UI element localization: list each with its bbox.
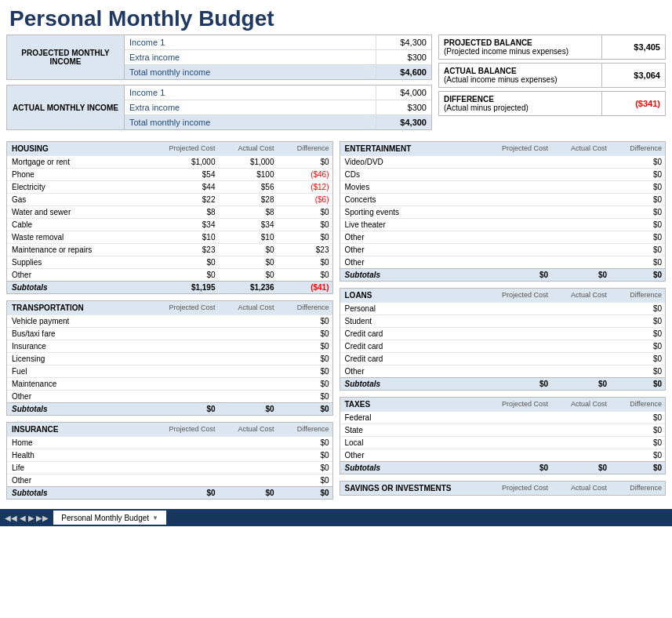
row-difference: $0 bbox=[278, 315, 332, 327]
row-name: Other bbox=[340, 231, 485, 243]
row-actual bbox=[551, 449, 610, 461]
right-column: ENTERTAINMENTProjected CostActual CostDi… bbox=[340, 141, 667, 506]
subtotal-label: Subtotals bbox=[7, 282, 152, 293]
income-row-value: $4,300 bbox=[376, 35, 431, 49]
row-projected bbox=[485, 194, 551, 205]
col-header-projected: Projected Cost bbox=[152, 142, 219, 155]
table-row: Licensing$0 bbox=[7, 352, 332, 365]
row-difference: $0 bbox=[278, 256, 332, 268]
row-difference: $0 bbox=[278, 156, 332, 168]
row-actual bbox=[551, 424, 610, 436]
list-item: Income 1 $4,000 bbox=[125, 85, 431, 100]
difference-value: ($341) bbox=[602, 92, 665, 115]
row-name: Movies bbox=[340, 181, 485, 193]
row-name: Mortgage or rent bbox=[7, 156, 152, 168]
row-actual bbox=[551, 412, 610, 424]
scroll-left-icon[interactable]: ◀◀ ◀ ▶ ▶▶ bbox=[5, 514, 49, 522]
projected-balance-value: $3,405 bbox=[602, 35, 665, 59]
row-actual bbox=[551, 219, 610, 231]
budget-section: ENTERTAINMENTProjected CostActual CostDi… bbox=[340, 141, 667, 282]
row-name: Maintenance or repairs bbox=[7, 244, 152, 256]
row-difference: $0 bbox=[610, 353, 665, 365]
row-projected bbox=[485, 449, 551, 461]
row-projected bbox=[152, 449, 219, 461]
subtotal-row: Subtotals$1,195$1,236($41) bbox=[7, 281, 332, 293]
subtotal-row: Subtotals$0$0$0 bbox=[340, 461, 666, 474]
row-difference: $0 bbox=[278, 462, 332, 474]
row-name: Other bbox=[340, 244, 485, 256]
row-difference: $0 bbox=[278, 391, 332, 402]
row-actual bbox=[551, 353, 610, 365]
subtotal-projected: $1,195 bbox=[152, 282, 219, 293]
row-difference: $0 bbox=[278, 449, 332, 461]
row-projected bbox=[152, 353, 219, 365]
row-actual bbox=[551, 315, 610, 327]
row-actual bbox=[551, 340, 610, 352]
subtotal-label: Subtotals bbox=[7, 487, 152, 499]
section-header: SAVINGS OR INVESTMENTSProjected CostActu… bbox=[340, 482, 666, 495]
actual-balance-label: ACTUAL BALANCE (Actual income minus expe… bbox=[439, 64, 602, 87]
row-projected bbox=[152, 437, 219, 449]
row-projected bbox=[152, 474, 219, 486]
section-title: HOUSING bbox=[7, 142, 152, 155]
row-name: Home bbox=[7, 437, 152, 449]
row-actual bbox=[219, 474, 278, 486]
row-actual: $0 bbox=[219, 269, 278, 281]
row-actual: $0 bbox=[219, 256, 278, 268]
projected-balance-block: PROJECTED BALANCE (Projected income minu… bbox=[438, 35, 666, 60]
row-difference: $0 bbox=[278, 328, 332, 340]
row-actual: $28 bbox=[219, 194, 278, 205]
tab-label: Personal Monthly Budget bbox=[61, 514, 149, 522]
list-item: Income 1 $4,300 bbox=[125, 35, 431, 50]
table-row: Insurance$0 bbox=[7, 340, 332, 352]
row-difference: $0 bbox=[278, 437, 332, 449]
section-title: INSURANCE bbox=[7, 423, 152, 436]
row-name: Other bbox=[7, 474, 152, 486]
subtotal-difference: $0 bbox=[610, 269, 665, 281]
row-name: Credit card bbox=[340, 340, 485, 352]
row-actual bbox=[551, 303, 610, 314]
row-projected bbox=[152, 365, 219, 377]
bottom-bar: ◀◀ ◀ ▶ ▶▶ Personal Monthly Budget ▼ bbox=[0, 509, 672, 526]
table-row: Other$0$0$0 bbox=[7, 268, 332, 281]
row-name: Fuel bbox=[7, 365, 152, 377]
section-header: HOUSINGProjected CostActual CostDifferen… bbox=[7, 142, 332, 155]
page-title: Personal Monthly Budget bbox=[0, 0, 672, 35]
subtotal-label: Subtotals bbox=[340, 378, 485, 390]
col-header-projected: Projected Cost bbox=[485, 289, 551, 302]
table-row: Life$0 bbox=[7, 461, 332, 474]
sheet-tab[interactable]: Personal Monthly Budget ▼ bbox=[53, 511, 166, 525]
subtotal-label: Subtotals bbox=[340, 269, 485, 281]
row-name: Water and sewer bbox=[7, 206, 152, 218]
row-actual bbox=[219, 365, 278, 377]
row-projected: $0 bbox=[152, 269, 219, 281]
section-header: TAXESProjected CostActual CostDifference bbox=[340, 398, 666, 411]
row-projected bbox=[485, 206, 551, 218]
row-actual bbox=[551, 156, 610, 168]
row-name: Live theater bbox=[340, 219, 485, 231]
subtotal-projected: $0 bbox=[485, 378, 551, 390]
list-item: Total monthly income $4,600 bbox=[125, 65, 431, 79]
row-difference: $0 bbox=[610, 244, 665, 256]
row-projected bbox=[485, 365, 551, 377]
section-title: TRANSPORTATION bbox=[7, 301, 152, 314]
table-row: Other$0 bbox=[7, 390, 332, 402]
subtotal-actual: $0 bbox=[219, 403, 278, 415]
col-header-projected: Projected Cost bbox=[152, 423, 219, 436]
row-projected bbox=[485, 315, 551, 327]
row-projected bbox=[485, 219, 551, 231]
table-row: Credit card$0 bbox=[340, 340, 666, 352]
projected-balance-label: PROJECTED BALANCE (Projected income minu… bbox=[439, 35, 602, 59]
table-row: Other$0 bbox=[340, 243, 666, 256]
list-item: Total monthly income $4,300 bbox=[125, 115, 431, 129]
col-header-actual: Actual Cost bbox=[551, 142, 610, 155]
col-header-difference: Difference bbox=[610, 482, 665, 495]
section-title: SAVINGS OR INVESTMENTS bbox=[340, 482, 485, 495]
income-row-value: $300 bbox=[376, 50, 431, 64]
col-header-difference: Difference bbox=[278, 423, 332, 436]
table-row: Maintenance or repairs$23$0$23 bbox=[7, 243, 332, 256]
section-title: ENTERTAINMENT bbox=[340, 142, 485, 155]
subtotal-actual: $0 bbox=[219, 487, 278, 499]
list-item: Extra income $300 bbox=[125, 100, 431, 115]
row-projected bbox=[485, 156, 551, 168]
